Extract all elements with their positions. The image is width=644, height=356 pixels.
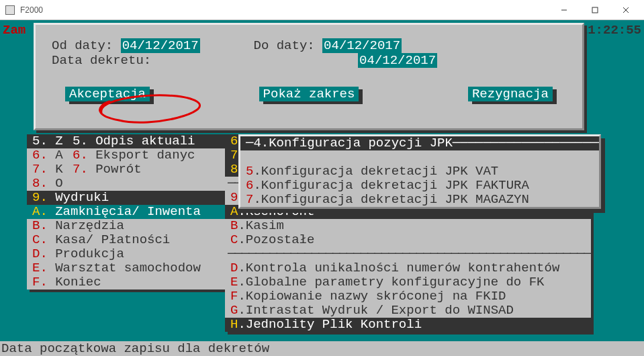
menu-item[interactable]: C.Pozostałe bbox=[225, 233, 591, 247]
menu-item[interactable]: 7.Konfiguracja dekretacji JPK MAGAZYN bbox=[240, 193, 599, 207]
sub-menu-panel: 5. Odpis aktuali 6. Eksport danyc 7. Pow… bbox=[67, 134, 228, 177]
menu-item[interactable]: 9. Wydruki bbox=[27, 191, 228, 205]
svg-rect-1 bbox=[592, 7, 598, 13]
do-daty-label: Do daty: bbox=[253, 38, 314, 53]
window-icon bbox=[5, 5, 15, 15]
do-daty-field[interactable]: 04/12/2017 bbox=[322, 38, 402, 53]
menu-item[interactable]: 7. Powrót bbox=[67, 163, 228, 177]
menu-item[interactable]: B.Kasim bbox=[225, 219, 591, 233]
menu-zam[interactable]: Zam bbox=[3, 23, 26, 38]
menu-item[interactable]: F. Koniec bbox=[27, 275, 228, 290]
pokaz-zakres-button[interactable]: Pokaż zakres bbox=[259, 87, 359, 101]
menu-item[interactable]: C. Kasa/ Płatności bbox=[27, 233, 228, 247]
data-dekretu-label: Data dekretu: bbox=[52, 53, 151, 68]
menu-item-selected[interactable]: H.Jednolity Plik Kontroli bbox=[225, 318, 591, 332]
menu-item-blank bbox=[240, 150, 599, 165]
akceptacja-button[interactable]: Akceptacja bbox=[65, 87, 150, 101]
menu-title: ─4.Konfiguracja pozycji JPK─────────────… bbox=[240, 136, 599, 150]
window-title: F2000 bbox=[20, 5, 43, 15]
menu-item[interactable]: F.Kopiowanie nazwy skróconej na FKID bbox=[225, 290, 591, 304]
menu-item[interactable]: B. Narzędzia bbox=[27, 219, 228, 233]
od-daty-label: Od daty: bbox=[52, 38, 113, 53]
maximize-button[interactable] bbox=[580, 1, 610, 19]
rezygnacja-button[interactable]: Rezygnacja bbox=[468, 87, 553, 101]
minimize-button[interactable] bbox=[549, 1, 580, 19]
data-dekretu-field[interactable]: 04/12/2017 bbox=[358, 53, 437, 68]
od-daty-field[interactable]: 04/12/2017 bbox=[121, 38, 200, 53]
jpk-menu-panel: ─4.Konfiguracja pozycji JPK─────────────… bbox=[238, 134, 601, 209]
date-dialog: Od daty: 04/12/2017 Do daty: 04/12/2017 … bbox=[34, 23, 584, 130]
close-button[interactable] bbox=[610, 1, 641, 19]
menu-item[interactable]: 6. Eksport danyc bbox=[67, 148, 228, 163]
menu-item[interactable]: D. Produkcja bbox=[27, 247, 228, 261]
menu-item[interactable]: 5.Konfiguracja dekretacji JPK VAT bbox=[240, 165, 599, 179]
app-area: Zam |SU|11:22:55 Od daty: 04/12/2017 Do … bbox=[0, 20, 644, 343]
menu-divider: ────────────────────────────────────────… bbox=[225, 247, 591, 261]
menu-item[interactable]: D.Kontrola unikalności numerów kontrahen… bbox=[225, 261, 591, 275]
status-bar: Data początkowa zapisu dla dekretów bbox=[0, 341, 644, 356]
menu-item[interactable]: E.Globalne parametry konfiguracyjne do F… bbox=[225, 275, 591, 290]
window-titlebar: F2000 bbox=[0, 0, 644, 20]
menu-item[interactable]: 5. Odpis aktuali bbox=[67, 134, 228, 148]
menu-item[interactable]: G.Intrastat Wydruk / Export do WINSAD bbox=[225, 304, 591, 318]
menu-item-selected[interactable]: A. Zamknięcia/ Inwenta bbox=[27, 205, 228, 219]
menu-item[interactable]: 6.Konfiguracja dekretacji JPK FAKTURA bbox=[240, 179, 599, 193]
menu-item[interactable]: 8. O bbox=[27, 177, 228, 191]
menu-item[interactable]: E. Warsztat samochodow bbox=[27, 261, 228, 275]
